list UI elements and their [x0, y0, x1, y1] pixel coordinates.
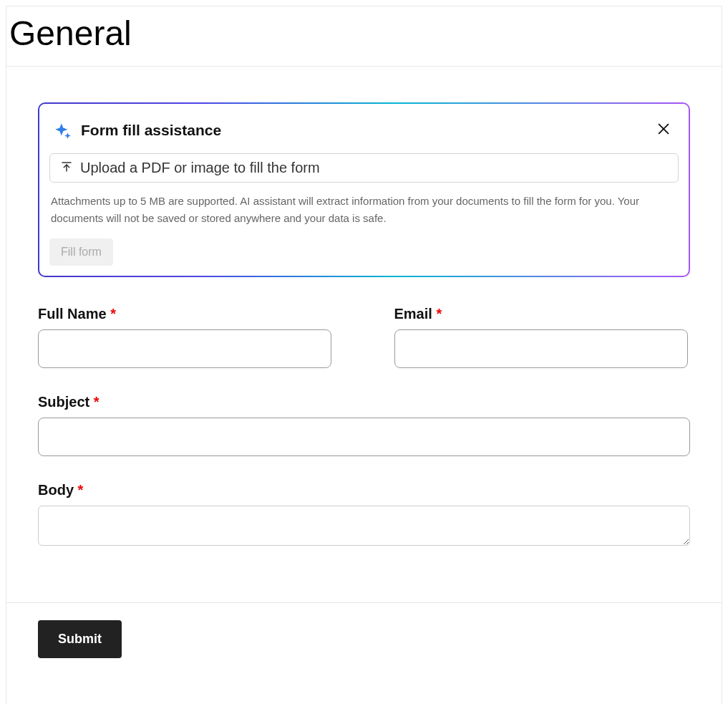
close-assistance-button[interactable] — [653, 118, 674, 142]
sparkle-icon — [54, 122, 71, 139]
email-input[interactable] — [394, 329, 688, 368]
close-icon — [656, 121, 671, 139]
fill-form-button[interactable]: Fill form — [49, 238, 113, 266]
assistance-title: Form fill assistance — [81, 122, 221, 139]
upload-file-box[interactable]: Upload a PDF or image to fill the form — [49, 153, 679, 183]
assistance-inner: Form fill assistance — [39, 104, 689, 276]
page-title: General — [6, 6, 722, 67]
subject-label-text: Subject — [38, 394, 89, 410]
body-label: Body * — [38, 482, 83, 498]
full-name-field-group: Full Name * — [38, 306, 334, 368]
upload-icon — [60, 160, 73, 176]
email-label-text: Email — [394, 306, 432, 322]
divider — [6, 574, 722, 603]
form-row-name-email: Full Name * Email * — [38, 306, 690, 368]
email-field-group: Email * — [394, 306, 691, 368]
assistance-help-text: Attachments up to 5 MB are supported. AI… — [49, 193, 679, 227]
form-content: Form fill assistance — [6, 67, 722, 704]
subject-input[interactable] — [38, 418, 690, 456]
required-indicator: * — [436, 306, 442, 322]
assistance-header-left: Form fill assistance — [54, 122, 221, 139]
submit-area: Submit — [38, 603, 690, 680]
body-field-group: Body * — [38, 482, 690, 549]
full-name-label: Full Name * — [38, 306, 116, 322]
assistance-header: Form fill assistance — [49, 118, 679, 142]
body-textarea[interactable] — [38, 506, 690, 546]
required-indicator: * — [110, 306, 116, 322]
full-name-label-text: Full Name — [38, 306, 107, 322]
email-label: Email * — [394, 306, 442, 322]
required-indicator: * — [78, 482, 84, 498]
form-container: General Form fill assistance — [6, 6, 722, 704]
full-name-input[interactable] — [38, 329, 331, 368]
form-fill-assistance-panel: Form fill assistance — [38, 102, 690, 277]
subject-field-group: Subject * — [38, 394, 690, 456]
required-indicator: * — [94, 394, 100, 410]
subject-label: Subject * — [38, 394, 100, 410]
upload-label: Upload a PDF or image to fill the form — [80, 160, 320, 176]
body-label-text: Body — [38, 482, 74, 498]
submit-button[interactable]: Submit — [38, 620, 122, 658]
